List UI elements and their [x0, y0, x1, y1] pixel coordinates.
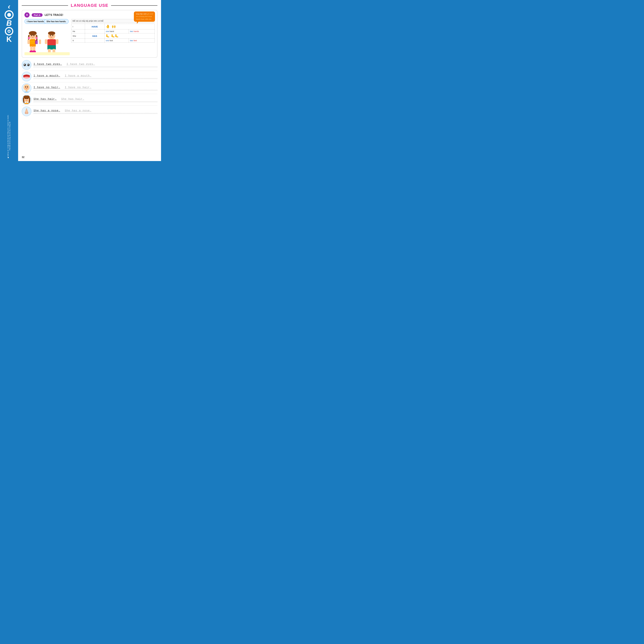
trace-dashed-1	[34, 101, 157, 102]
girl-speech-bubble: I have two hands.	[24, 19, 47, 24]
page-title-bar: LANGUAGE USE	[22, 3, 157, 8]
trace-text-second: She has hair.	[61, 97, 84, 101]
svg-point-61	[25, 112, 26, 114]
svg-rect-30	[47, 45, 56, 50]
pronoun-cell: He	[71, 29, 85, 33]
part-a-instruction: LET'S TRACE!	[45, 13, 63, 17]
grammar-table-area: Để nói có mấy bộ phận trên cơ thể: I HAV…	[71, 19, 155, 43]
svg-rect-12	[30, 43, 35, 43]
svg-rect-11	[30, 41, 35, 42]
svg-point-50	[27, 87, 29, 88]
characters-area: I have two hands. She has two hands.	[24, 19, 70, 55]
eyes-icon	[22, 62, 31, 68]
floor	[24, 52, 70, 55]
trace-text-second: I have a mouth.	[65, 74, 91, 78]
svg-rect-31	[45, 39, 47, 44]
boy-speech-bubble: She has two hands.	[44, 19, 69, 24]
svg-rect-60	[24, 103, 29, 104]
table-row: I HAVE 🤚 🙌	[71, 24, 155, 29]
boy-svg	[44, 30, 59, 55]
sidebar: ‹ B K Build-up 1B - Có đáp án (theo bộ s…	[0, 0, 18, 161]
svg-point-57	[24, 99, 26, 100]
mouth-icon-circle	[22, 72, 31, 81]
svg-point-1	[29, 31, 37, 35]
part-a-label: Part A	[32, 13, 43, 17]
svg-rect-52	[24, 92, 29, 92]
trace-text-no-hair: I have no hair. I have no hair.	[34, 86, 157, 91]
svg-point-28	[52, 36, 55, 39]
trace-dashed-1	[34, 90, 157, 90]
logo-o	[5, 27, 13, 35]
eyes-icon-circle	[22, 60, 31, 70]
svg-point-44	[23, 75, 30, 77]
svg-point-7	[34, 35, 34, 36]
trace-row-hair: She has hair. She has hair.	[22, 94, 157, 106]
girl-head-icon	[23, 96, 30, 104]
pronoun-cell: She	[71, 33, 85, 39]
verb-cell-empty	[85, 29, 105, 33]
trace-text-first: I have no hair.	[34, 86, 60, 89]
bald-head-icon	[23, 84, 30, 92]
trace-line-nose: She has a nose. She has a nose.	[34, 109, 157, 113]
pronoun-cell: I	[71, 24, 85, 29]
two-hands-cell: two hands	[129, 29, 155, 33]
svg-point-25	[53, 35, 53, 36]
trace-text-first: She has a nose.	[34, 109, 60, 113]
verb-cell-empty	[85, 39, 105, 43]
pronoun-cell: It	[71, 39, 85, 43]
title-line-left	[22, 5, 68, 6]
grammar-table: I HAVE 🤚 🙌 He one h	[71, 24, 155, 43]
svg-point-26	[49, 36, 50, 37]
logo-c	[5, 10, 14, 19]
trace-row-no-hair: I have no hair. I have no hair.	[22, 82, 157, 94]
trace-dashed-2	[34, 79, 157, 79]
tracing-section: I have two eyes. I have two eyes. I have…	[22, 59, 157, 155]
mouth-icon	[23, 74, 30, 79]
foot-icons-cell: 🦶 🦶🦶	[104, 33, 155, 39]
trace-text-eyes: I have two eyes. I have two eyes.	[34, 62, 157, 67]
nose-icon-circle	[22, 107, 31, 116]
page-number: 32	[22, 156, 157, 159]
svg-rect-14	[39, 40, 41, 44]
trace-dashed-2	[34, 90, 157, 91]
svg-point-3	[35, 37, 38, 39]
svg-point-58	[28, 99, 29, 100]
svg-point-48	[27, 86, 28, 87]
main-content: LANGUAGE USE Giúp học sinh ghi nhớvà sử …	[18, 0, 161, 161]
trace-dashed-1	[34, 113, 157, 113]
svg-point-8	[30, 36, 32, 37]
svg-rect-32	[56, 39, 58, 44]
one-hand-cell: one hand	[104, 29, 129, 33]
bald-icon-circle	[22, 83, 31, 93]
table-row: He one hand two hands	[71, 29, 155, 33]
trace-line-hair: She has hair. She has hair.	[34, 97, 157, 101]
two-feet-cell: two feet	[129, 39, 155, 43]
trace-text-second: I have two eyes.	[67, 62, 95, 66]
title-line-right	[111, 5, 157, 6]
trace-dashed-2	[34, 102, 157, 102]
svg-point-56	[27, 98, 28, 99]
svg-point-9	[34, 36, 35, 37]
one-cell: 🤚 🙌	[104, 24, 155, 29]
table-row: It one foot two feet	[71, 39, 155, 43]
svg-point-62	[27, 112, 28, 114]
svg-rect-13	[27, 40, 30, 44]
svg-point-39	[24, 64, 25, 65]
svg-point-21	[48, 31, 55, 35]
logo-k: K	[6, 36, 12, 43]
logo-b: B	[6, 20, 12, 27]
trace-row-eyes: I have two eyes. I have two eyes.	[22, 59, 157, 71]
trace-dashed-2	[34, 67, 157, 67]
speech-bubble-tip: Giúp học sinh ghi nhớvà sử dụng linh hoạ…	[134, 11, 155, 22]
trace-text-second: She has a nose.	[65, 109, 91, 113]
svg-point-45	[24, 77, 29, 78]
verb-cell: HAVE	[85, 24, 105, 29]
trace-text-second: I have no hair.	[65, 86, 91, 89]
verb-cell: HAS	[85, 33, 105, 39]
trace-row-nose: She has a nose. She has a nose.	[22, 106, 157, 117]
trace-line-no-hair: I have no hair. I have no hair.	[34, 86, 157, 89]
trace-text-first: She has hair.	[34, 97, 57, 101]
svg-rect-29	[47, 39, 56, 46]
girl-hair-icon-circle	[22, 95, 31, 105]
svg-point-2	[28, 37, 30, 39]
